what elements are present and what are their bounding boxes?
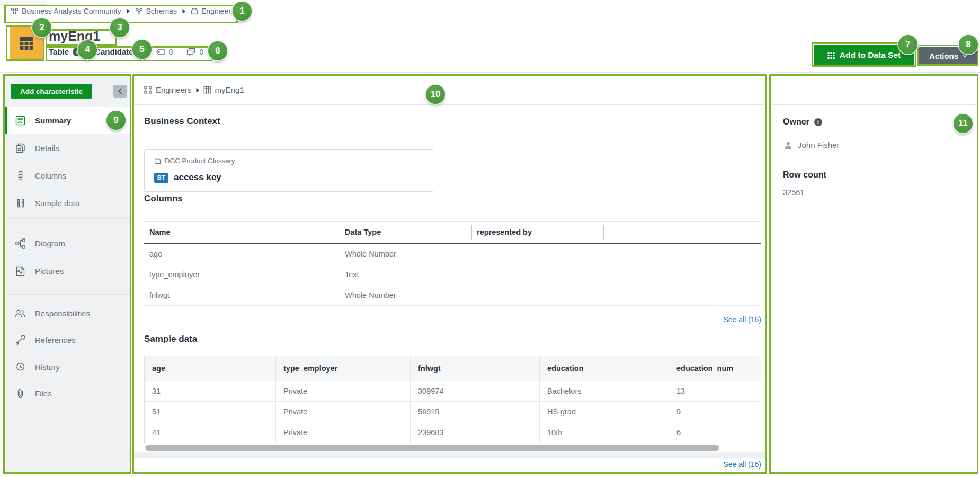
cell-name: fnlwgt	[144, 291, 340, 299]
breadcrumb-engineers[interactable]: Engineers	[191, 7, 235, 15]
cell: Private	[275, 422, 410, 443]
add-to-dataset-button[interactable]: Add to Data Set	[814, 45, 914, 66]
sidebar-item-pictures[interactable]: Pictures	[5, 257, 130, 285]
owner-label: Owner	[783, 117, 809, 127]
sidebar-item-references[interactable]: References	[5, 326, 130, 354]
breadcrumb-label: Engineers	[201, 7, 235, 15]
row-count-value: 32561	[783, 188, 804, 197]
community-icon	[135, 7, 143, 15]
column-header: age	[145, 356, 275, 381]
actions-button[interactable]: Actions	[919, 47, 977, 65]
tags-counter[interactable]: 0	[156, 48, 173, 56]
column-header: Data Type	[340, 222, 471, 243]
asset-type-label: Table	[49, 47, 69, 56]
right-panel: Owner i John Fisher Row count 32561	[771, 76, 977, 472]
table-row: type_employer Text	[144, 264, 761, 285]
sidebar-item-columns[interactable]: Columns	[5, 162, 130, 189]
breadcrumb-separator-icon	[195, 87, 200, 93]
sample-see-all-link[interactable]: See all (16)	[144, 460, 761, 469]
status-dropdown[interactable]: Candidate	[95, 47, 142, 56]
columns-table: Name Data Type represented by age Whole …	[144, 221, 761, 306]
table-row: age Whole Number	[144, 244, 761, 264]
sidebar-item-label: Responsibilities	[35, 309, 90, 318]
sidebar-item-label: Diagram	[35, 239, 65, 248]
sidebar-item-history[interactable]: History	[5, 353, 130, 381]
cell: 6	[669, 422, 761, 443]
business-context-card: DGC Product Glossary BT access key	[144, 149, 433, 192]
owner-info-icon[interactable]: i	[814, 118, 822, 126]
cell: 10th	[539, 422, 669, 443]
table-row: fnlwgt Whole Number	[144, 285, 761, 306]
cell-name: type_employer	[144, 270, 340, 279]
comment-icon	[186, 48, 195, 56]
sidebar-item-label: Columns	[35, 171, 66, 180]
dataset-icon	[827, 51, 835, 59]
table-row: 31 Private 309974 Bachelors 13	[145, 381, 761, 401]
actions-label: Actions	[929, 51, 958, 60]
cell: 9	[669, 402, 761, 422]
asset-meta-row: Table i Candidate 0	[49, 47, 203, 56]
sidebar-item-summary[interactable]: Summary	[5, 107, 130, 134]
column-header: fnlwgt	[410, 356, 539, 381]
cell: Private	[275, 381, 410, 401]
breadcrumb-schemas[interactable]: Schemas	[135, 7, 177, 15]
horizontal-scrollbar[interactable]	[145, 445, 719, 450]
schema-nodes-icon	[144, 86, 152, 94]
chevron-down-icon	[962, 54, 967, 58]
sidebar-item-responsibilities[interactable]: Responsibilities	[5, 299, 130, 327]
column-header	[603, 222, 761, 243]
business-term-badge: BT	[154, 173, 168, 183]
sidebar-item-details[interactable]: Details	[5, 134, 130, 162]
paperclip-icon	[15, 388, 25, 399]
scroll-track-strip	[134, 452, 765, 458]
link-icon	[15, 334, 25, 345]
comments-count: 0	[199, 48, 203, 56]
corner-artifact	[0, 0, 46, 5]
row-count-label: Row count	[783, 170, 826, 180]
main-content: Engineers myEng1 Business Context DGC Pr…	[134, 76, 765, 472]
sidebar-item-label: History	[35, 363, 60, 372]
columns-see-all-link[interactable]: See all (16)	[144, 315, 761, 324]
cell-data-type: Whole Number	[340, 291, 471, 299]
right-panel-divider	[771, 104, 977, 105]
pictures-icon	[15, 266, 25, 276]
sidebar-item-diagram[interactable]: Diagram	[5, 229, 130, 257]
breadcrumb-parent[interactable]: Engineers	[156, 85, 192, 94]
row-count-heading: Row count	[783, 170, 826, 180]
sidebar-collapse-button[interactable]	[113, 85, 127, 98]
owner-name: John Fisher	[798, 140, 839, 149]
business-term-name: access key	[174, 172, 221, 183]
content-breadcrumb: Engineers myEng1	[144, 85, 244, 94]
comments-counter[interactable]: 0	[186, 48, 203, 56]
sidebar-divider	[5, 218, 130, 219]
glossary-label: DGC Product Glossary	[165, 157, 235, 165]
breadcrumb-current: myEng1	[215, 85, 244, 94]
sidebar-item-files[interactable]: Files	[5, 379, 130, 407]
cell: 239683	[410, 422, 539, 443]
sidebar-item-sample-data[interactable]: Sample data	[5, 189, 130, 217]
add-characteristic-button[interactable]: Add characteristic	[11, 84, 92, 99]
sidebar-item-label: Pictures	[35, 267, 64, 276]
sample-data-table: age type_employer fnlwgt education educa…	[144, 356, 761, 443]
summary-icon	[15, 115, 25, 126]
breadcrumb-separator-icon	[182, 8, 186, 14]
owner-heading: Owner i	[783, 117, 822, 127]
cell: HS-grad	[539, 402, 669, 422]
columns-heading: Columns	[144, 193, 183, 204]
tags-count: 0	[169, 48, 173, 56]
asset-page: Business Analysts Community Schemas	[0, 0, 980, 477]
table-row: 41 Private 239683 10th 6	[145, 422, 761, 443]
owner-row[interactable]: John Fisher	[784, 140, 839, 149]
column-header: Name	[144, 222, 340, 243]
sidebar-item-label: Details	[35, 144, 59, 153]
breadcrumb-community[interactable]: Business Analysts Community	[11, 7, 121, 15]
column-header: represented by	[471, 222, 603, 243]
column-header: type_employer	[275, 356, 410, 381]
business-term-link[interactable]: BT access key	[154, 172, 221, 183]
cell: 56915	[410, 402, 539, 422]
asset-type-tile	[10, 26, 43, 60]
asset-type-info-icon[interactable]: i	[73, 48, 81, 56]
cell-name: age	[144, 250, 340, 258]
column-header: education	[539, 356, 669, 381]
sidebar: Add characteristic Summary Details	[5, 76, 130, 472]
